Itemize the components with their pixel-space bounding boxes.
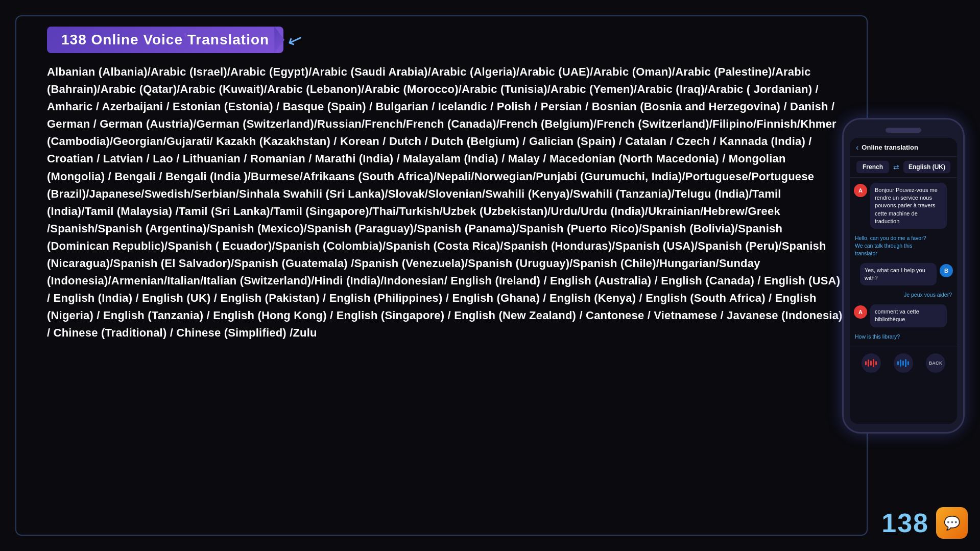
avatar-a-1: A (854, 184, 867, 197)
main-container: 138 Online Voice Translation ↙ Albanian … (15, 15, 868, 536)
mic-left-icon (865, 359, 877, 367)
phone-frame: ‹ Online translation French ⇄ English (U… (842, 118, 965, 434)
message-row-1: A Bonjour Pouvez-vous me rendre un servi… (854, 183, 953, 229)
message-content-1: Bonjour Pouvez-vous me rendre un service… (870, 183, 947, 229)
swap-icon[interactable]: ⇄ (893, 163, 899, 171)
phone-notch (886, 128, 921, 133)
mic-right-button[interactable] (894, 353, 913, 373)
bubble-translated-1: Hello, can you do me a favor? We can tal… (854, 233, 930, 258)
back-chevron-icon[interactable]: ‹ (856, 143, 858, 152)
bubble-translated-2: Je peux vous aider? (903, 290, 953, 300)
chat-area: A Bonjour Pouvez-vous me rendre un servi… (850, 178, 957, 347)
message-content-3: comment va cette bibliothèque (870, 304, 947, 327)
back-label: BACK (929, 361, 943, 366)
arrow-icon: ↙ (284, 27, 306, 53)
banner-title: 138 Online Voice Translation (61, 32, 269, 47)
bottom-right-branding: 138 💬 (881, 507, 968, 539)
bubble-original-2: Yes, what can I help you with? (860, 263, 937, 286)
bubble-original-1: Bonjour Pouvez-vous me rendre un service… (870, 183, 947, 229)
message-row-2: B Yes, what can I help you with? (854, 263, 953, 286)
source-lang-button[interactable]: French (856, 161, 889, 173)
phone-container: ‹ Online translation French ⇄ English (U… (842, 118, 965, 434)
languages-list: Albanian (Albania)/Arabic (Israel)/Arabi… (47, 63, 846, 342)
phone-controls: BACK (850, 347, 957, 377)
app-header: ‹ Online translation (850, 138, 957, 157)
avatar-a-3: A (854, 305, 867, 319)
app-title: Online translation (862, 143, 918, 151)
brand-icon: 💬 (936, 507, 968, 539)
phone-screen: ‹ Online translation French ⇄ English (U… (850, 138, 957, 424)
message-row-3: A comment va cette bibliothèque (854, 304, 953, 327)
mic-left-button[interactable] (862, 353, 881, 373)
avatar-b-2: B (940, 264, 953, 277)
back-button[interactable]: BACK (926, 353, 945, 373)
mic-right-icon (897, 359, 909, 367)
target-lang-button[interactable]: English (UK) (903, 161, 950, 173)
header-banner: 138 Online Voice Translation ↙ (47, 27, 846, 53)
bubble-translated-3: How is this library? (854, 331, 930, 342)
message-content-2: Yes, what can I help you with? (860, 263, 937, 286)
banner-pill: 138 Online Voice Translation (47, 27, 283, 53)
brand-number: 138 (881, 508, 929, 538)
bubble-original-3: comment va cette bibliothèque (870, 304, 947, 327)
lang-selector: French ⇄ English (UK) (850, 157, 957, 178)
brand-chat-icon: 💬 (944, 515, 960, 531)
